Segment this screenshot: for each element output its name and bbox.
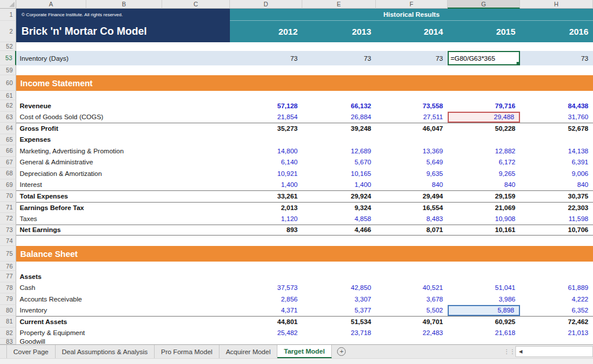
- cell-D81[interactable]: 44,801: [230, 317, 302, 328]
- cell-G81[interactable]: 60,925: [448, 317, 520, 328]
- cell-G64[interactable]: 50,228: [448, 123, 520, 134]
- column-header-C[interactable]: C: [162, 0, 230, 9]
- cell-H53[interactable]: 73: [520, 51, 593, 65]
- cell-E62[interactable]: 66,132: [302, 100, 376, 112]
- cell-F70[interactable]: 29,494: [376, 191, 448, 202]
- cell-D79[interactable]: 2,856: [230, 293, 302, 305]
- historical-results-label[interactable]: Historical Results: [230, 9, 593, 21]
- row-header-71[interactable]: 71: [0, 202, 16, 214]
- cell-F69[interactable]: 840: [376, 179, 448, 191]
- cell-G79[interactable]: 3,986: [448, 293, 520, 305]
- row-header-52[interactable]: 52: [0, 42, 16, 51]
- horizontal-scrollbar[interactable]: ◀: [515, 346, 593, 357]
- row-header-76[interactable]: 76: [0, 262, 16, 271]
- row-header-73[interactable]: 73: [0, 225, 16, 236]
- row-label[interactable]: Cash: [16, 282, 230, 294]
- cell-F66[interactable]: 13,369: [376, 145, 448, 157]
- scroll-left-icon[interactable]: ◀: [516, 349, 522, 354]
- cell-H69[interactable]: 840: [520, 179, 593, 191]
- column-header-G[interactable]: G: [448, 0, 520, 9]
- row-label[interactable]: Cost of Goods Sold (COGS): [16, 112, 230, 123]
- workbook-title[interactable]: Brick 'n' Mortar Co Model: [16, 21, 230, 42]
- empty-row-cells[interactable]: [16, 42, 593, 51]
- section-header[interactable]: Income Statement: [16, 75, 593, 91]
- cell-D63[interactable]: 21,854: [230, 112, 302, 123]
- empty-cells[interactable]: [230, 271, 593, 282]
- row-label[interactable]: Goodwill: [16, 339, 230, 344]
- cell-H80[interactable]: 6,352: [520, 305, 593, 317]
- cell-D71[interactable]: 2,013: [230, 203, 302, 214]
- row-header-2[interactable]: 2: [0, 21, 16, 42]
- cell-H72[interactable]: 11,598: [520, 213, 593, 225]
- cell-G72[interactable]: 10,908: [448, 213, 520, 225]
- row-header-68[interactable]: 68: [0, 168, 16, 179]
- row-header-62[interactable]: 62: [0, 100, 16, 112]
- cell-F62[interactable]: 73,558: [376, 100, 448, 112]
- row-label[interactable]: Current Assets: [16, 317, 230, 328]
- row-label[interactable]: Total Expenses: [16, 191, 230, 202]
- row-header-53[interactable]: 53: [0, 51, 16, 65]
- cell-G53[interactable]: =G80/G63*365: [448, 51, 520, 65]
- cell-H66[interactable]: 14,138: [520, 145, 593, 157]
- cell-E70[interactable]: 29,924: [302, 191, 376, 202]
- column-header-E[interactable]: E: [302, 0, 376, 9]
- cell-E67[interactable]: 5,670: [302, 157, 376, 168]
- tab-scroll-splitter-icon[interactable]: ⋮⋮: [504, 345, 515, 358]
- cell-H64[interactable]: 52,678: [520, 123, 593, 134]
- tab-pro-forma-model[interactable]: Pro Forma Model: [155, 345, 219, 358]
- year-header-2015[interactable]: 2015: [448, 21, 520, 42]
- row-label[interactable]: Taxes: [16, 213, 230, 225]
- year-header-2013[interactable]: 2013: [302, 21, 376, 42]
- cell-E72[interactable]: 4,858: [302, 213, 376, 225]
- cell-F81[interactable]: 49,701: [376, 317, 448, 328]
- cell-H71[interactable]: 22,303: [520, 203, 593, 214]
- add-sheet-button[interactable]: +: [332, 345, 352, 358]
- cell-E80[interactable]: 5,377: [302, 305, 376, 317]
- cell-F82[interactable]: 22,483: [376, 328, 448, 339]
- empty-row-cells[interactable]: [16, 262, 593, 271]
- row-label[interactable]: Assets: [16, 271, 230, 282]
- row-header-65[interactable]: 65: [0, 134, 16, 146]
- cell-E68[interactable]: 10,165: [302, 168, 376, 179]
- cell-H63[interactable]: 31,760: [520, 112, 593, 123]
- empty-row-cells[interactable]: [16, 91, 593, 100]
- cell-G62[interactable]: 79,716: [448, 100, 520, 112]
- cell-F64[interactable]: 46,047: [376, 123, 448, 134]
- cell-G82[interactable]: 21,618: [448, 328, 520, 339]
- cell-D68[interactable]: 10,921: [230, 168, 302, 179]
- cell-G66[interactable]: 12,882: [448, 145, 520, 157]
- cell-E82[interactable]: 23,718: [302, 328, 376, 339]
- cell-D72[interactable]: 1,120: [230, 213, 302, 225]
- cell-H78[interactable]: 61,889: [520, 282, 593, 294]
- column-header-A[interactable]: A: [16, 0, 86, 9]
- cell-H79[interactable]: 4,222: [520, 293, 593, 305]
- row-label[interactable]: Inventory: [16, 305, 230, 317]
- cell-D70[interactable]: 33,261: [230, 191, 302, 202]
- tab-cover-page[interactable]: Cover Page: [7, 345, 56, 358]
- cell-G69[interactable]: 840: [448, 179, 520, 191]
- row-header-1[interactable]: 1: [0, 9, 16, 21]
- cell-H81[interactable]: 72,462: [520, 317, 593, 328]
- tab-target-model[interactable]: Target Model: [277, 345, 332, 358]
- cell-D73[interactable]: 893: [230, 225, 302, 236]
- cell-H73[interactable]: 10,706: [520, 225, 593, 236]
- cell-E69[interactable]: 1,400: [302, 179, 376, 191]
- cell-F80[interactable]: 5,502: [376, 305, 448, 317]
- cell-H62[interactable]: 84,438: [520, 100, 593, 112]
- row-label[interactable]: Depreciation & Amortization: [16, 168, 230, 179]
- row-header-79[interactable]: 79: [0, 293, 16, 305]
- cell-F72[interactable]: 8,483: [376, 213, 448, 225]
- cell-D66[interactable]: 14,800: [230, 145, 302, 157]
- row-header-67[interactable]: 67: [0, 157, 16, 168]
- cell-F68[interactable]: 9,635: [376, 168, 448, 179]
- cell-H68[interactable]: 9,006: [520, 168, 593, 179]
- cell-G70[interactable]: 29,159: [448, 191, 520, 202]
- year-header-2016[interactable]: 2016: [520, 21, 593, 42]
- row-label[interactable]: Accounts Receivable: [16, 293, 230, 305]
- cell-D67[interactable]: 6,140: [230, 157, 302, 168]
- cell-F67[interactable]: 5,649: [376, 157, 448, 168]
- cell-F79[interactable]: 3,678: [376, 293, 448, 305]
- row-label[interactable]: Net Earnings: [16, 225, 230, 236]
- cell-E63[interactable]: 26,884: [302, 112, 376, 123]
- cell-D64[interactable]: 35,273: [230, 123, 302, 134]
